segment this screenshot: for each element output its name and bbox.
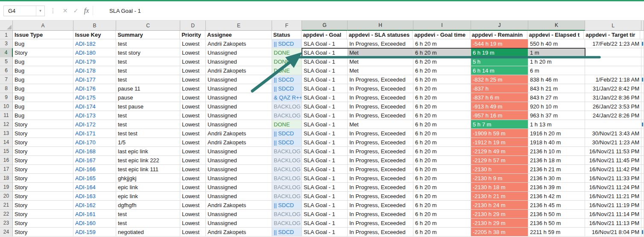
cell-F13[interactable]: || SDCD <box>272 129 302 138</box>
cell-A11[interactable]: Bug <box>13 111 73 120</box>
cell-I6[interactable]: 6 h 20 m <box>413 66 471 75</box>
cell-L20[interactable]: 16/Nov/21 11:21 PM <box>585 192 641 201</box>
cell-C12[interactable]: test <box>116 120 180 129</box>
cell-I10[interactable]: 6 h 20 m <box>413 102 471 111</box>
cell-I22[interactable]: 6 h 20 m <box>413 210 471 219</box>
row-number-22[interactable]: 22 <box>0 210 13 219</box>
cell-J12[interactable]: 5 h 7 m <box>471 120 528 129</box>
cell-G12[interactable]: SLA Goal - 1 <box>302 120 348 129</box>
cell-G10[interactable]: SLA Goal - 1 <box>302 102 348 111</box>
cell-F16[interactable]: BACKLOG <box>272 156 302 165</box>
cell-I16[interactable]: 6 h 20 m <box>413 156 471 165</box>
cell-I18[interactable]: 6 h 20 m <box>413 174 471 183</box>
cell-B6[interactable]: ADI-178 <box>73 66 116 75</box>
cell-F3[interactable]: || SDCD <box>272 39 302 48</box>
cell-F23[interactable]: BACKLOG <box>272 219 302 228</box>
cell-K14[interactable]: 1918 h 40 m <box>528 138 585 147</box>
cell-G6[interactable]: SLA Goal - 1 <box>302 66 348 75</box>
cell-K24[interactable]: 2211 h 59 m <box>528 228 585 237</box>
column-header-F[interactable]: F <box>272 20 302 31</box>
cell-E6[interactable]: Andrii Zakopets <box>206 66 272 75</box>
column-header-E[interactable]: E <box>206 20 272 31</box>
row-number-6[interactable]: 6 <box>0 66 13 75</box>
cell-L6[interactable] <box>585 66 641 75</box>
cell-C11[interactable]: test <box>116 111 180 120</box>
field-header-B[interactable]: Issue Key <box>73 31 116 39</box>
cell-F14[interactable]: || SDCD <box>272 138 302 147</box>
cell-K3[interactable]: 550 h 40 m <box>528 39 585 48</box>
cell-F22[interactable]: BACKLOG <box>272 210 302 219</box>
cell-F8[interactable]: || SDCD <box>272 84 302 93</box>
cell-C14[interactable]: 1/5 <box>116 138 180 147</box>
row-number-7[interactable]: 7 <box>0 75 13 84</box>
cell-E12[interactable]: Unassigned <box>206 120 272 129</box>
cell-H20[interactable]: In Progress, Exceeded <box>348 192 413 201</box>
cell-B11[interactable]: ADI-173 <box>73 111 116 120</box>
cell-B15[interactable]: ADI-168 <box>73 147 116 156</box>
cell-I8[interactable]: 6 h 20 m <box>413 84 471 93</box>
cell-E17[interactable]: Unassigned <box>206 165 272 174</box>
row-number-9[interactable]: 9 <box>0 93 13 102</box>
cell-B13[interactable]: ADI-171 <box>73 129 116 138</box>
cell-K10[interactable]: 920 h 10 m <box>528 102 585 111</box>
cell-G22[interactable]: SLA Goal - 1 <box>302 210 348 219</box>
cell-A15[interactable]: Story <box>13 147 73 156</box>
cell-B10[interactable]: ADI-174 <box>73 102 116 111</box>
insert-function-icon[interactable]: fx <box>81 6 92 16</box>
field-header-G[interactable]: appdevi - Goal <box>302 31 347 39</box>
cell-I20[interactable]: 6 h 20 m <box>413 192 471 201</box>
cell-K18[interactable]: 2136 h 30 m <box>528 174 585 183</box>
cell-B9[interactable]: ADI-175 <box>73 93 116 102</box>
cell-L23[interactable]: 16/Nov/21 11:13 PM <box>585 219 641 228</box>
cell-A21[interactable]: Story <box>13 201 73 210</box>
cell-E5[interactable]: Unassigned <box>206 57 272 66</box>
cell-F24[interactable]: || SDCD <box>272 228 302 237</box>
cell-G4[interactable]: SLA Goal - 1 <box>302 48 348 57</box>
cell-J16[interactable]: -2129 h 57 m <box>471 156 528 165</box>
row-number-1[interactable]: 1 <box>0 31 13 39</box>
cell-B22[interactable]: ADI-161 <box>73 210 116 219</box>
cell-C15[interactable]: last epic link <box>116 147 180 156</box>
row-number-18[interactable]: 18 <box>0 174 13 183</box>
cell-G24[interactable]: SLA Goal - 1 <box>302 228 348 237</box>
cell-A3[interactable]: Bug <box>13 39 73 48</box>
cell-C19[interactable]: epic link <box>116 183 180 192</box>
select-all-corner[interactable] <box>0 20 13 31</box>
row-number-14[interactable]: 14 <box>0 138 13 147</box>
cell-B3[interactable]: ADI-182 <box>73 39 116 48</box>
cell-H22[interactable]: In Progress, Exceeded <box>348 210 413 219</box>
cell-H4[interactable]: Met <box>348 48 413 57</box>
cell-D8[interactable]: Lowest <box>180 84 206 93</box>
cell-B20[interactable]: ADI-163 <box>73 192 116 201</box>
field-header-H[interactable]: appdevi - SLA statuses <box>347 31 413 39</box>
cell-E14[interactable]: Andrii Zakopets <box>206 138 272 147</box>
field-header-J[interactable]: appdevi - Remainin <box>470 31 527 39</box>
cell-K12[interactable]: 1 h 13 m <box>528 120 585 129</box>
cell-J3[interactable]: -544 h 19 m <box>471 39 528 48</box>
cell-H10[interactable]: In Progress, Exceeded <box>348 102 413 111</box>
cell-C6[interactable]: test <box>116 66 180 75</box>
cell-K22[interactable]: 2136 h 50 m <box>528 210 585 219</box>
cell-A10[interactable]: Bug <box>13 102 73 111</box>
cell-C9[interactable]: pause <box>116 93 180 102</box>
name-box-chevron-icon[interactable]: ▾ <box>36 6 44 16</box>
cell-I11[interactable]: 6 h 20 m <box>413 111 471 120</box>
cell-L14[interactable]: 30/Nov/21 1:23 AM <box>585 138 641 147</box>
cell-H17[interactable]: In Progress, Exceeded <box>348 165 413 174</box>
cell-G5[interactable]: SLA Goal - 1 <box>302 57 348 66</box>
cell-E15[interactable]: Unassigned <box>206 147 272 156</box>
row-number-3[interactable]: 3 <box>0 39 13 48</box>
cell-L7[interactable]: 1/Feb/22 1:18 AM <box>585 75 641 84</box>
cell-D9[interactable]: Lowest <box>180 93 206 102</box>
cell-I21[interactable]: 6 h 20 m <box>413 201 471 210</box>
cell-I5[interactable]: 6 h 20 m <box>413 57 471 66</box>
cell-A20[interactable]: Story <box>13 192 73 201</box>
cell-L16[interactable]: 16/Nov/21 11:45 PM <box>585 156 641 165</box>
cell-D18[interactable]: Lowest <box>180 174 206 183</box>
cell-G20[interactable]: SLA Goal - 1 <box>302 192 348 201</box>
cell-E10[interactable]: Unassigned <box>206 102 272 111</box>
cell-H14[interactable]: In Progress, Exceeded <box>348 138 413 147</box>
cell-A8[interactable]: Bug <box>13 84 73 93</box>
cell-G16[interactable]: SLA Goal - 1 <box>302 156 348 165</box>
formula-bar-input[interactable]: SLA Goal - 1 <box>109 8 141 14</box>
